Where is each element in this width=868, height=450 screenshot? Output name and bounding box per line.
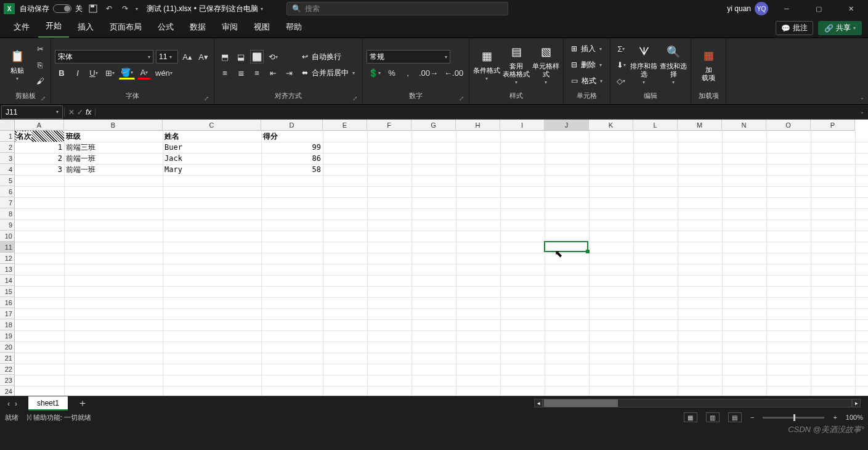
sort-filter-button[interactable]: ᗐ排序和筛选▾: [630, 44, 657, 86]
row-header[interactable]: 5: [0, 175, 15, 186]
column-header[interactable]: O: [766, 120, 811, 131]
launcher-icon[interactable]: ⤢: [352, 95, 357, 102]
cell[interactable]: 姓名: [163, 131, 261, 142]
increase-indent-icon[interactable]: ⇥: [282, 66, 296, 80]
column-header[interactable]: G: [412, 120, 456, 131]
horizontal-scrollbar[interactable]: ◂▸: [534, 399, 861, 407]
row-header[interactable]: 14: [0, 275, 15, 286]
row-header[interactable]: 19: [0, 330, 15, 342]
decrease-decimal-icon[interactable]: ←.00: [442, 66, 465, 80]
cell[interactable]: 前端一班: [64, 153, 163, 164]
tab-insert[interactable]: 插入: [70, 18, 101, 38]
sheet-tab-active[interactable]: sheet1: [28, 396, 68, 411]
column-header[interactable]: B: [64, 120, 163, 131]
row-header[interactable]: 22: [0, 364, 15, 375]
autosum-icon[interactable]: Σ▾: [614, 42, 628, 55]
maximize-button[interactable]: ▢: [805, 0, 832, 17]
merge-center-button[interactable]: ⬌ 合并后居中 ▾: [298, 66, 359, 80]
cell[interactable]: 得分: [261, 131, 323, 142]
formula-bar[interactable]: [95, 105, 856, 119]
increase-font-icon[interactable]: A▴: [180, 50, 194, 63]
page-layout-view-icon[interactable]: ▥: [706, 412, 720, 422]
tab-view[interactable]: 视图: [246, 18, 277, 38]
row-header[interactable]: 8: [0, 208, 15, 219]
bold-button[interactable]: B: [55, 66, 68, 80]
tab-help[interactable]: 帮助: [278, 18, 309, 38]
column-header[interactable]: C: [163, 120, 261, 131]
conditional-format-button[interactable]: ▦条件格式▾: [473, 48, 500, 82]
cell[interactable]: 3: [15, 164, 64, 175]
column-header[interactable]: L: [633, 120, 678, 131]
decrease-font-icon[interactable]: A▾: [197, 50, 210, 63]
underline-button[interactable]: U▾: [87, 66, 100, 80]
align-right-icon[interactable]: ≡: [250, 66, 264, 80]
cancel-formula-icon[interactable]: ✕: [68, 108, 75, 117]
increase-decimal-icon[interactable]: .00→: [417, 66, 440, 80]
accept-formula-icon[interactable]: ✓: [77, 108, 83, 117]
align-top-icon[interactable]: ⬒: [218, 50, 232, 63]
select-all-corner[interactable]: [0, 120, 15, 131]
border-button[interactable]: ⊞▾: [103, 66, 116, 80]
name-box[interactable]: J11▾: [1, 105, 63, 119]
row-header[interactable]: 13: [0, 264, 15, 275]
tab-review[interactable]: 审阅: [214, 18, 245, 38]
tab-data[interactable]: 数据: [182, 18, 213, 38]
column-header[interactable]: H: [456, 120, 500, 131]
share-button[interactable]: 🔗 共享 ▾: [818, 21, 862, 35]
font-name-combo[interactable]: 宋体▾: [55, 50, 153, 63]
column-header[interactable]: N: [722, 120, 766, 131]
row-header[interactable]: 17: [0, 308, 15, 319]
comma-icon[interactable]: ,: [401, 66, 415, 80]
cell[interactable]: 58: [261, 164, 323, 175]
cell-styles-button[interactable]: ▧单元格样式▾: [532, 44, 559, 86]
row-header[interactable]: 1: [0, 131, 15, 142]
row-header[interactable]: 3: [0, 153, 15, 164]
redo-icon[interactable]: ↷: [120, 3, 131, 14]
cell[interactable]: 2: [15, 153, 64, 164]
row-header[interactable]: 18: [0, 319, 15, 330]
sheet-next-icon[interactable]: ›: [15, 399, 17, 408]
cell[interactable]: Buer: [163, 142, 261, 153]
toggle-off-icon[interactable]: [53, 4, 71, 13]
cell[interactable]: 前端一班: [64, 164, 163, 175]
find-select-button[interactable]: 🔍查找和选择▾: [660, 44, 687, 86]
document-title[interactable]: 测试 (11).xlsx • 已保存到这台电脑 ▾: [147, 4, 263, 14]
column-header[interactable]: M: [678, 120, 722, 131]
copy-icon[interactable]: ⎘: [33, 58, 47, 72]
comments-button[interactable]: 💬 批注: [776, 21, 813, 35]
row-header[interactable]: 6: [0, 186, 15, 197]
row-header[interactable]: 11: [0, 242, 15, 253]
decrease-indent-icon[interactable]: ⇤: [266, 66, 280, 80]
fill-icon[interactable]: ⬇▾: [614, 58, 628, 72]
add-sheet-button[interactable]: ＋: [78, 397, 87, 410]
column-header[interactable]: I: [500, 120, 545, 131]
accessibility-status[interactable]: ᛞ 辅助功能: 一切就绪: [27, 413, 91, 422]
font-color-button[interactable]: A▾: [137, 66, 151, 80]
row-header[interactable]: 9: [0, 219, 15, 231]
row-header[interactable]: 20: [0, 342, 15, 353]
collapse-ribbon-icon[interactable]: ⌄: [860, 95, 864, 100]
clear-icon[interactable]: ◇▾: [614, 74, 628, 88]
zoom-slider[interactable]: [763, 417, 824, 419]
orientation-icon[interactable]: ⟲▾: [266, 50, 280, 63]
column-header[interactable]: F: [367, 120, 412, 131]
launcher-icon[interactable]: ⤢: [459, 95, 464, 102]
addins-button[interactable]: ▦加 载项: [695, 47, 722, 82]
percent-icon[interactable]: %: [385, 66, 399, 80]
row-header[interactable]: 24: [0, 386, 15, 396]
cell[interactable]: 名次: [15, 131, 64, 142]
normal-view-icon[interactable]: ▦: [684, 412, 697, 422]
cell[interactable]: 86: [261, 153, 323, 164]
italic-button[interactable]: I: [71, 66, 84, 80]
align-middle-icon[interactable]: ⬓: [234, 50, 248, 63]
align-left-icon[interactable]: ≡: [218, 66, 232, 80]
row-header[interactable]: 21: [0, 353, 15, 364]
row-header[interactable]: 23: [0, 375, 15, 386]
delete-cells-button[interactable]: ⊟ 删除 ▾: [567, 58, 606, 72]
align-bottom-icon[interactable]: ⬜: [250, 50, 264, 63]
cut-icon[interactable]: ✂: [33, 42, 47, 55]
insert-cells-button[interactable]: ⊞ 插入 ▾: [567, 42, 606, 55]
format-painter-icon[interactable]: 🖌: [33, 74, 47, 88]
undo-icon[interactable]: ↶: [103, 3, 115, 14]
tab-formulas[interactable]: 公式: [150, 18, 181, 38]
